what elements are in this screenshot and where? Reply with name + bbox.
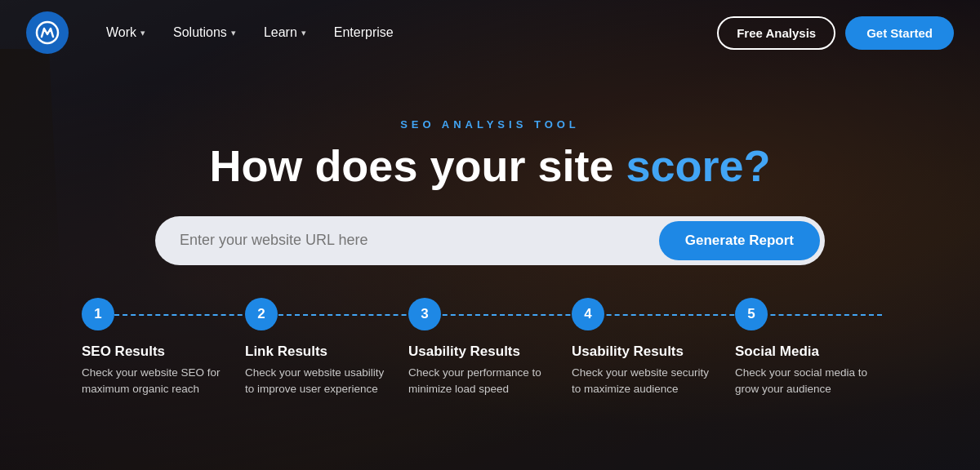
step-circle-3: 3 [408, 298, 441, 330]
step-1: 1 SEO Results Check your website SEO for… [82, 298, 245, 398]
step-2: 2 Link Results Check your website usabil… [245, 298, 408, 398]
step-title-3: Usability Results [408, 344, 520, 360]
step-desc-2: Check your website usability to improve … [245, 365, 392, 398]
page-content: Work ▾ Solutions ▾ Learn ▾ Enterprise Fr… [0, 0, 980, 470]
search-bar: Generate Report [155, 216, 825, 265]
nav-actions: Free Analysis Get Started [717, 16, 954, 50]
step-4: 4 Usability Results Check your website s… [572, 298, 735, 398]
step-3: 3 Usability Results Check your performan… [408, 298, 572, 398]
chevron-down-icon: ▾ [140, 28, 145, 38]
nav-solutions-label: Solutions [173, 25, 227, 40]
nav-learn-label: Learn [264, 25, 297, 40]
step-desc-1: Check your website SEO for maximum organ… [82, 365, 229, 398]
nav-links: Work ▾ Solutions ▾ Learn ▾ Enterprise [95, 19, 717, 47]
steps-container: 1 SEO Results Check your website SEO for… [49, 298, 931, 410]
step-circle-5: 5 [735, 298, 768, 330]
hero-section: SEO ANALYSIS TOOL How does your site sco… [0, 65, 980, 470]
logo[interactable] [26, 11, 69, 54]
get-started-button[interactable]: Get Started [845, 16, 954, 50]
nav-item-enterprise[interactable]: Enterprise [323, 19, 405, 47]
headline-text: How does your site [209, 141, 626, 190]
chevron-down-icon: ▾ [231, 28, 236, 38]
nav-item-learn[interactable]: Learn ▾ [252, 19, 318, 47]
step-circle-2: 2 [245, 298, 278, 330]
step-5: 5 Social Media Check your social media t… [735, 298, 898, 398]
step-circle-4: 4 [572, 298, 604, 330]
free-analysis-button[interactable]: Free Analysis [717, 16, 835, 50]
headline-score: score? [626, 141, 771, 190]
step-desc-4: Check your website security to maximize … [572, 365, 719, 398]
nav-item-solutions[interactable]: Solutions ▾ [162, 19, 247, 47]
nav-work-label: Work [106, 25, 136, 40]
step-circle-1: 1 [82, 298, 114, 330]
navbar: Work ▾ Solutions ▾ Learn ▾ Enterprise Fr… [0, 0, 980, 65]
step-desc-5: Check your social media to grow your aud… [735, 365, 882, 398]
generate-report-button[interactable]: Generate Report [659, 221, 820, 260]
hero-subtitle: SEO ANALYSIS TOOL [400, 118, 580, 131]
nav-item-work[interactable]: Work ▾ [95, 19, 157, 47]
hero-headline: How does your site score? [209, 142, 770, 190]
step-title-2: Link Results [245, 344, 327, 360]
nav-enterprise-label: Enterprise [334, 25, 394, 40]
steps-track: 1 SEO Results Check your website SEO for… [82, 298, 898, 398]
step-title-1: SEO Results [82, 344, 165, 360]
step-desc-3: Check your performance to minimize load … [408, 365, 555, 398]
url-input[interactable] [180, 232, 659, 249]
step-title-4: Usability Results [572, 344, 684, 360]
chevron-down-icon: ▾ [301, 28, 306, 38]
step-title-5: Social Media [735, 344, 819, 360]
